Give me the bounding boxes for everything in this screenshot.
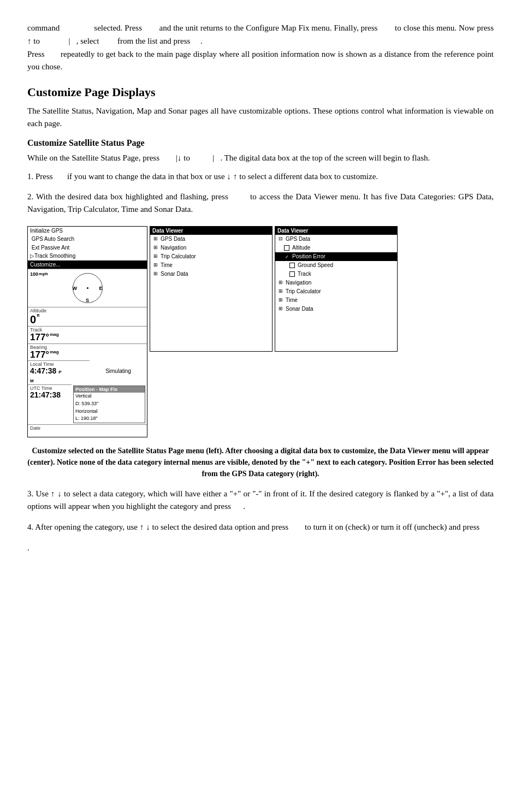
bearing-value: 177°mag [30, 350, 145, 360]
altitude-checkbox [284, 245, 289, 251]
right-item-ground-speed: Ground Speed [275, 261, 397, 270]
compass-area: 100mph S E W [28, 269, 147, 307]
speed-unit: mph [39, 271, 48, 276]
panels-row: Initialize GPS GPS Auto Search Ext Passi… [27, 226, 494, 437]
track-block: Track 177°mag [28, 326, 147, 343]
bearing-block: Bearing 177°mag [28, 343, 147, 361]
popup-horizontal-value: L: 190.18" [74, 415, 145, 423]
right-trip-label: Trip Calculator [286, 288, 321, 295]
sat-body: While on the Satellite Status Page, pres… [27, 151, 494, 164]
altitude-block: Altitude 0ft [28, 307, 147, 326]
center-item-time: ⊞ Time [150, 261, 272, 270]
right-item-time: ⊞ Time [275, 296, 397, 305]
expand-sonar-icon: ⊞ [153, 270, 159, 277]
compass-west: W [73, 286, 78, 291]
right-track-label: Track [298, 270, 311, 278]
page-content: command selected. Press and the unit ret… [27, 22, 494, 554]
sub-heading-satellite: Customize Satellite Status Page [27, 138, 494, 148]
popup-horizontal: Horizontal [74, 408, 145, 416]
menu-item-initialize: Initialize GPS [28, 227, 147, 235]
position-popup: Position - Map Fix Vertical D: 539.33" H… [73, 386, 145, 423]
right-item-track: Track [275, 270, 397, 278]
panel-data-viewer-right: Data Viewer ⊟ GPS Data Altitude ✓ Positi… [275, 226, 398, 352]
expand-trip-icon: ⊞ [153, 253, 159, 260]
right-item-gps: ⊟ GPS Data [275, 235, 397, 244]
simulating-label: Simulating [90, 360, 147, 375]
speed-value: 100 [30, 271, 38, 277]
altitude-label: Altitude [30, 308, 145, 313]
compass-east: E [99, 286, 102, 291]
center-item-gps: ⊞ GPS Data [150, 235, 272, 244]
local-time-block: Local Time 4:47:38 PM [28, 360, 90, 384]
utc-block: UTC Time 21:47:38 [28, 384, 72, 424]
right-item-nav: ⊞ Navigation [275, 278, 397, 287]
right-item-sonar: ⊞ Sonar Data [275, 305, 397, 313]
step2: 2. With the desired data box highlighted… [27, 191, 494, 216]
center-item-trip: ⊞ Trip Calculator [150, 252, 272, 261]
expand-nav-icon: ⊞ [153, 244, 159, 251]
center-viewer-header: Data Viewer [150, 227, 272, 235]
popup-vertical: Vertical [74, 393, 145, 400]
local-time-row: Local Time 4:47:38 PM Simulating [28, 360, 147, 384]
track-value: 177°mag [30, 333, 145, 343]
panel-satellite-status: Initialize GPS GPS Auto Search Ext Passi… [27, 226, 147, 437]
right-nav-label: Navigation [286, 279, 311, 287]
expand-trip-right-icon: ⊞ [279, 288, 284, 295]
right-item-altitude: Altitude [275, 244, 397, 252]
menu-item-customize: Customize... [28, 260, 147, 269]
popup-vertical-value: D: 539.33" [74, 400, 145, 408]
date-value [30, 431, 145, 436]
expand-time-right-icon: ⊞ [279, 297, 284, 304]
customize-body: The Satellite Status, Navigation, Map an… [27, 105, 494, 131]
right-gps-label: GPS Data [286, 235, 310, 243]
menu-item-auto-search: GPS Auto Search [28, 235, 147, 244]
compass-dot [87, 287, 88, 289]
menu-item-ext-passive: Ext Passive Ant [28, 244, 147, 252]
right-item-trip: ⊞ Trip Calculator [275, 287, 397, 296]
expand-time-icon: ⊞ [153, 262, 159, 269]
center-item-nav: ⊞ Navigation [150, 244, 272, 252]
right-altitude-label: Altitude [292, 244, 310, 252]
popup-header: Position - Map Fix [74, 386, 145, 393]
center-trip-label: Trip Calculator [161, 253, 196, 260]
right-ground-speed-label: Ground Speed [298, 262, 333, 269]
expand-nav-right-icon: ⊞ [279, 279, 284, 286]
section-heading-customize: Customize Page Displays [27, 85, 494, 99]
position-error-checkbox: ✓ [284, 254, 289, 259]
utc-row: UTC Time 21:47:38 Position - Map Fix Ver… [28, 384, 147, 424]
center-sonar-label: Sonar Data [161, 270, 188, 278]
expand-sonar-right-icon: ⊞ [279, 305, 284, 312]
center-nav-label: Navigation [161, 244, 186, 252]
utc-value: 21:47:38 [30, 391, 69, 399]
expand-gps-icon: ⊞ [153, 235, 159, 242]
center-time-label: Time [161, 262, 173, 269]
step4-end: . [27, 542, 494, 554]
right-sonar-label: Sonar Data [286, 305, 313, 313]
panel-data-viewer-center: Data Viewer ⊞ GPS Data ⊞ Navigation ⊞ Tr… [150, 226, 273, 352]
right-viewer-header: Data Viewer [275, 227, 397, 235]
right-item-position-error: ✓ Position Error [275, 252, 397, 261]
altitude-value: 0ft [30, 313, 145, 325]
right-position-error-label: Position Error [292, 253, 325, 260]
expand-gps-minus-icon: ⊟ [279, 235, 284, 242]
date-label: Date [30, 425, 145, 431]
menu-item-track-smooth: ▷Track Smoothing [28, 252, 147, 260]
date-block: Date [28, 424, 147, 437]
center-gps-label: GPS Data [161, 235, 185, 243]
step3: 3. Use ↑ ↓ to select a data category, wh… [27, 487, 494, 513]
center-item-sonar: ⊞ Sonar Data [150, 270, 272, 278]
track-checkbox [289, 271, 295, 277]
local-time-value: 4:47:38 PM [30, 367, 87, 384]
right-time-label: Time [286, 297, 298, 304]
intro-paragraph: command selected. Press and the unit ret… [27, 22, 494, 73]
ground-speed-checkbox [289, 263, 295, 268]
step4: 4. After opening the category, use ↑ ↓ t… [27, 520, 494, 534]
caption: Customize selected on the Satellite Stat… [27, 445, 494, 479]
compass-circle: S E W [73, 273, 103, 303]
step1: 1. Press if you want to change the data … [27, 170, 494, 183]
compass-south: S [86, 298, 89, 303]
